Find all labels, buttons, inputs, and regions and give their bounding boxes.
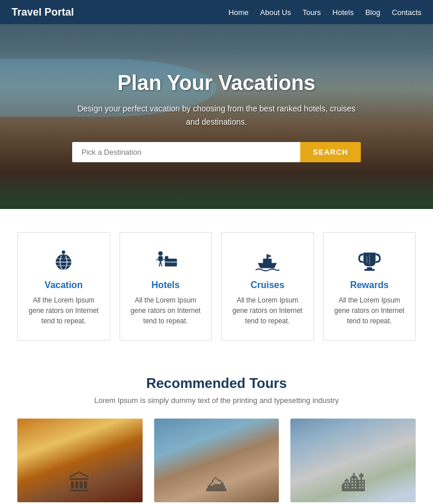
tour-image-elqui — [154, 419, 279, 502]
tours-section: Recommended Tours Lorem Ipsum is simply … — [0, 364, 433, 504]
svg-line-13 — [160, 262, 162, 267]
nav-links: Home About Us Tours Hotels Blog Contacts — [229, 7, 421, 17]
features-section: Vacation All the Lorem Ipsum gene rators… — [0, 209, 433, 364]
feature-title-vacation: Vacation — [27, 280, 100, 290]
search-input[interactable] — [72, 142, 300, 162]
hero-subtitle: Design your perfect vacation by choosing… — [72, 102, 361, 128]
feature-title-hotels: Hotels — [129, 280, 203, 290]
tours-subtitle: Lorem Ipsum is simply dummy text of the … — [17, 396, 416, 405]
svg-marker-19 — [258, 263, 277, 268]
svg-marker-22 — [268, 255, 272, 258]
feature-desc-vacation: All the Lorem Ipsum gene rators on Inter… — [27, 295, 100, 326]
feature-desc-rewards: All the Lorem Ipsum gene rators on Inter… — [333, 295, 406, 326]
feature-title-cruises: Cruises — [231, 280, 304, 290]
svg-rect-24 — [364, 269, 375, 271]
nav-link-contacts[interactable]: Contacts — [392, 8, 421, 17]
svg-rect-17 — [165, 256, 168, 260]
svg-point-5 — [62, 251, 65, 254]
search-bar: SEARCH — [72, 142, 361, 162]
nav-link-hotels[interactable]: Hotels — [333, 8, 354, 17]
svg-line-14 — [156, 259, 158, 260]
cruises-icon — [253, 247, 281, 274]
tour-image-durban — [290, 419, 416, 502]
nav-link-home[interactable]: Home — [229, 8, 249, 17]
nav-link-tours[interactable]: Tours — [303, 8, 321, 17]
feature-card-hotels: Hotels All the Lorem Ipsum gene rators o… — [120, 232, 212, 341]
svg-line-15 — [163, 259, 165, 260]
svg-rect-11 — [158, 256, 163, 262]
feature-desc-hotels: All the Lorem Ipsum gene rators on Inter… — [129, 295, 203, 326]
search-button[interactable]: SEARCH — [300, 142, 361, 162]
rewards-icon — [356, 247, 383, 274]
tours-grid: Milan, Italy festival tours Elqui Valley… — [17, 419, 416, 504]
hero-content: Plan Your Vacations Design your perfect … — [49, 71, 384, 162]
feature-card-rewards: Rewards All the Lorem Ipsum gene rators … — [323, 232, 416, 341]
feature-title-rewards: Rewards — [333, 280, 406, 290]
hero-section: Plan Your Vacations Design your perfect … — [0, 24, 433, 209]
tour-card-durban[interactable]: Durban, South Africa family tours — [290, 419, 416, 504]
tour-image-milan — [17, 419, 143, 502]
hero-title: Plan Your Vacations — [72, 71, 361, 95]
feature-desc-cruises: All the Lorem Ipsum gene rators on Inter… — [231, 295, 304, 326]
hotels-icon — [152, 247, 180, 274]
tours-title: Recommended Tours — [17, 375, 416, 391]
feature-card-vacation: Vacation All the Lorem Ipsum gene rators… — [17, 232, 110, 341]
svg-rect-21 — [267, 255, 268, 260]
nav-brand: Travel Portal — [12, 6, 74, 18]
svg-point-10 — [158, 251, 163, 256]
nav-link-blog[interactable]: Blog — [365, 8, 380, 17]
navbar: Travel Portal Home About Us Tours Hotels… — [0, 0, 433, 24]
svg-rect-16 — [165, 259, 177, 267]
feature-card-cruises: Cruises All the Lorem Ipsum gene rators … — [221, 232, 314, 341]
nav-link-about[interactable]: About Us — [260, 8, 291, 17]
vacation-icon — [50, 247, 77, 274]
tour-card-milan[interactable]: Milan, Italy festival tours — [17, 419, 143, 504]
tour-card-elqui[interactable]: Elqui Valley, Chile heritage tours — [154, 419, 279, 504]
